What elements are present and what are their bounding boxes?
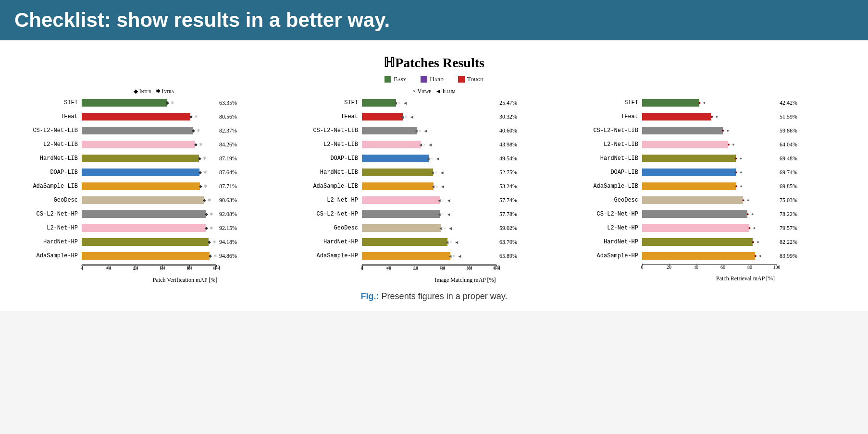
bar-row-8: CS-L2-Net-HP ◆✱ 92.08% — [19, 208, 288, 220]
bar-label-6: AdaSample-LIB — [19, 183, 82, 190]
bar-label-3: L2-Net-LIB — [299, 141, 362, 148]
bar-label-10: HardNet-HP — [299, 239, 362, 245]
bar-label-5: DOAP-LIB — [19, 169, 82, 176]
bar-label-7: L2-Net-HP — [299, 197, 362, 204]
viewp-illum-legend: × Viewp ◄ Illum — [299, 88, 569, 95]
bar-row-3: L2-Net-LIB ◄×◄ 43.98% — [299, 139, 569, 150]
bar-row-1: TFeat ◄×◄ 30.32% — [299, 111, 569, 122]
bar-row-0: SIFT ◄×◄ 25.47% — [299, 97, 569, 108]
bar-label-4: DOAP-LIB — [299, 155, 362, 162]
chart-title: ℍPatches Results — [19, 55, 849, 71]
bar-label-2: CS-L2-Net-LIB — [299, 127, 362, 134]
bar-row-p3-0: SIFT ● ● 42.42% — [580, 97, 849, 108]
main-content: ℍPatches Results Easy Hard Tough ◆ Inter… — [0, 40, 868, 311]
bar-label-1: TFeat — [299, 113, 362, 120]
bar-row-6: AdaSample-LIB ◄×◄ 53.24% — [299, 181, 569, 192]
bar-row-9: L2-Net-HP ◆✱ 92.15% — [19, 222, 288, 234]
bar-row-7: GeoDesc ◆✱ 90.63% — [19, 194, 288, 206]
bar-row-p3-6: AdaSample-LIB ● ● 69.85% — [580, 181, 849, 192]
bar-row-4: DOAP-LIB ◄×◄ 49.54% — [299, 153, 569, 164]
panel-patch-verification: ◆ Inter ✱ Intra SIFT ◆✱ 63.35% TFeat ◆✱ … — [19, 88, 288, 284]
charts-row: ◆ Inter ✱ Intra SIFT ◆✱ 63.35% TFeat ◆✱ … — [19, 88, 849, 284]
page-title: Checklist: show results in a better way. — [14, 9, 854, 32]
legend-easy-label: Easy — [394, 75, 406, 83]
header: Checklist: show results in a better way. — [0, 0, 868, 40]
bar-label-1: TFeat — [19, 113, 82, 120]
bar-row-p3-10: HardNet-HP ● ● 82.22% — [580, 236, 849, 248]
bar-label-0: SIFT — [299, 99, 362, 106]
bar-row-11: AdaSample-HP ◄×◄ 65.89% — [299, 250, 569, 262]
bar-row-9: GeoDesc ◄×◄ 59.02% — [299, 222, 569, 234]
bar-row-7: L2-Net-HP ◄×◄ 57.74% — [299, 194, 569, 206]
bar-label-8: CS-L2-Net-HP — [19, 211, 82, 217]
bar-label-0: SIFT — [19, 99, 82, 106]
footer-caption: Fig.: Presents figures in a proper way. — [19, 291, 849, 301]
legend-hard-label: Hard — [430, 75, 443, 83]
bar-row-10: HardNet-HP ◄×◄ 63.70% — [299, 236, 569, 248]
bar-label-8: CS-L2-Net-HP — [299, 211, 362, 217]
panel1-x-label: Patch Verification mAP [%] — [82, 277, 288, 284]
panel3-chart: SIFT ● ● 42.42% TFeat ● ● 51.59% CS-L2-N… — [580, 97, 849, 272]
panel1-chart: SIFT ◆✱ 63.35% TFeat ◆✱ 80.56% CS-L2-Net… — [19, 97, 288, 274]
bar-row-2: CS-L2-Net-LIB ◄×◄ 40.60% — [299, 125, 569, 136]
bar-row-10: HardNet-HP ◆✱ 94.18% — [19, 236, 288, 248]
bar-label-11: AdaSample-HP — [19, 253, 82, 259]
bar-label-2: CS-L2-Net-LIB — [19, 127, 82, 134]
panel-image-matching: × Viewp ◄ Illum SIFT ◄×◄ 25.47% TFeat ◄×… — [299, 88, 569, 284]
bar-row-5: HardNet-LIB ◄×◄ 52.75% — [299, 167, 569, 178]
legend-hard-box — [421, 76, 427, 83]
bar-row-1: TFeat ◆✱ 80.56% — [19, 111, 288, 122]
legend-tough-box — [458, 76, 465, 83]
bar-label-4: HardNet-LIB — [19, 155, 82, 162]
legend-tough-label: Tough — [467, 75, 484, 83]
bar-row-p3-2: CS-L2-Net-LIB ● ● 59.86% — [580, 125, 849, 136]
bar-row-4: HardNet-LIB ◆✱ 87.19% — [19, 153, 288, 164]
bar-row-8: CS-L2-Net-HP ◄×◄ 57.78% — [299, 208, 569, 220]
bar-row-p3-4: HardNet-LIB ● ● 69.48% — [580, 153, 849, 164]
bar-row-p3-7: GeoDesc ● ● 75.03% — [580, 194, 849, 206]
bar-label-11: AdaSample-HP — [299, 253, 362, 259]
bar-row-3: L2-Net-LIB ◆✱ 84.26% — [19, 139, 288, 150]
bar-row-p3-5: DOAP-LIB ● ● 69.74% — [580, 167, 849, 178]
viewp-illum-legend2 — [580, 88, 849, 95]
bar-row-p3-11: AdaSample-HP ● ● 83.99% — [580, 250, 849, 262]
legend-easy-box — [384, 76, 391, 83]
caption-text: Presents figures in a proper way. — [382, 291, 508, 301]
inter-intra-legend: ◆ Inter ✱ Intra — [19, 88, 288, 95]
bar-row-p3-9: L2-Net-HP ● ● 79.57% — [580, 222, 849, 234]
panel2-x-label: Image Matching mAP [%] — [362, 277, 569, 284]
bar-row-6: AdaSample-LIB ◆✱ 87.71% — [19, 181, 288, 192]
bar-label-9: L2-Net-HP — [19, 225, 82, 231]
panel3-x-label: Patch Retrieval mAP [%] — [642, 275, 849, 282]
bar-row-2: CS-L2-Net-LIB ◆✱ 82.37% — [19, 125, 288, 136]
legend-row-1: Easy Hard Tough — [19, 75, 849, 83]
fig-label: Fig.: — [361, 291, 379, 301]
bar-row-11: AdaSample-HP ◆✱ 94.86% — [19, 250, 288, 262]
panel2-chart: SIFT ◄×◄ 25.47% TFeat ◄×◄ 30.32% CS-L2-N… — [299, 97, 569, 274]
bar-label-3: L2-Net-LIB — [19, 141, 82, 148]
bar-label-9: GeoDesc — [299, 225, 362, 231]
legend-tough: Tough — [458, 75, 484, 83]
bar-label-5: HardNet-LIB — [299, 169, 362, 176]
bar-row-0: SIFT ◆✱ 63.35% — [19, 97, 288, 108]
bar-label-6: AdaSample-LIB — [299, 183, 362, 190]
legend-hard: Hard — [421, 75, 443, 83]
bar-label-7: GeoDesc — [19, 197, 82, 204]
bar-row-p3-8: CS-L2-Net-HP ● ● 78.22% — [580, 208, 849, 220]
bar-row-5: DOAP-LIB ◆✱ 87.64% — [19, 167, 288, 178]
bar-label-10: HardNet-HP — [19, 239, 82, 245]
bar-row-p3-1: TFeat ● ● 51.59% — [580, 111, 849, 122]
panel-patch-retrieval: SIFT ● ● 42.42% TFeat ● ● 51.59% CS-L2-N… — [580, 88, 849, 284]
bar-row-p3-3: L2-Net-LIB ● ● 64.04% — [580, 139, 849, 150]
legend-easy: Easy — [384, 75, 406, 83]
